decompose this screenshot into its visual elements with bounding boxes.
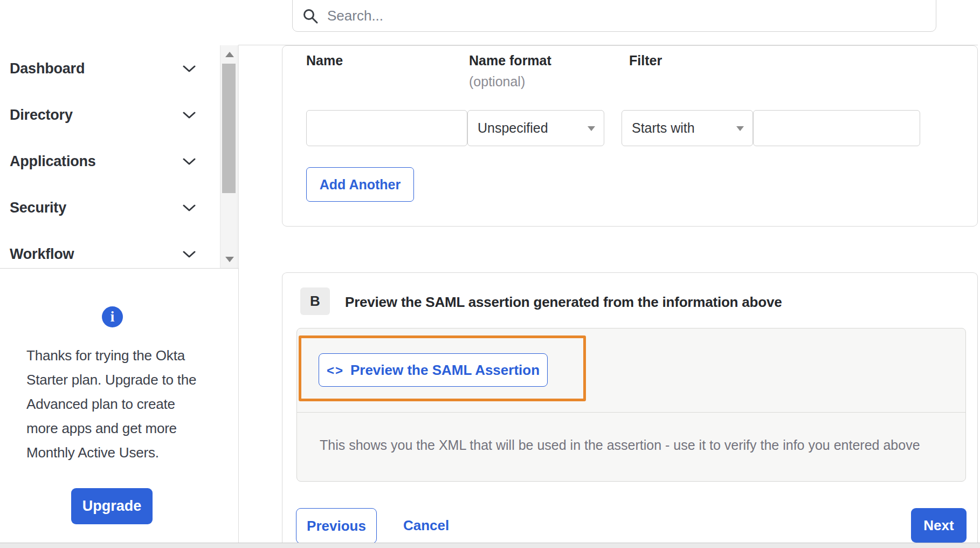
viewport-bottom-strip [0,543,980,548]
sidebar-item-applications[interactable]: Applications [0,138,220,184]
sidebar-item-label: Workflow [10,246,74,263]
upgrade-button[interactable]: Upgrade [71,488,153,524]
panel-divider [297,412,965,413]
sidebar-divider [238,45,239,544]
sidebar-item-label: Applications [10,153,96,170]
name-format-column-label: Name format [469,53,551,68]
filter-column-label: Filter [629,53,662,68]
preview-saml-assertion-button[interactable]: <> Preview the SAML Assertion [319,353,548,387]
upgrade-message: Thanks for trying the Okta Starter plan.… [26,344,208,465]
search-icon [302,8,319,24]
chevron-down-icon [183,112,196,119]
sidebar-item-label: Directory [10,107,73,124]
name-format-optional-label: (optional) [469,74,525,90]
chevron-down-icon [183,65,196,73]
previous-button[interactable]: Previous [296,508,377,544]
scrollbar-up-icon[interactable] [225,52,234,57]
preview-button-label: Preview the SAML Assertion [350,362,540,379]
sidebar-scrollbar[interactable] [220,45,238,268]
add-another-button[interactable]: Add Another [306,167,414,202]
sidebar: Dashboard Directory Applications Securit… [0,0,239,548]
preview-panel: <> Preview the SAML Assertion This shows… [296,328,966,482]
sidebar-item-directory[interactable]: Directory [0,92,220,138]
name-format-select[interactable]: Unspecified [467,110,604,146]
code-icon: <> [327,363,344,378]
filter-value-input[interactable] [753,110,920,146]
section-b-title: Preview the SAML assertion generated fro… [345,294,782,311]
sidebar-item-label: Security [10,200,66,216]
filter-type-value: Starts with [632,120,695,136]
sidebar-item-dashboard[interactable]: Dashboard [0,45,220,92]
okta-admin-page: okta Dashboard Directory Applications Se… [0,0,980,548]
filter-type-select[interactable]: Starts with [622,110,753,146]
chevron-down-icon [183,204,196,212]
sidebar-item-label: Dashboard [10,60,85,77]
sidebar-menu: Dashboard Directory Applications Securit… [0,45,220,277]
chevron-down-icon [183,158,196,166]
chevron-down-icon [183,251,196,258]
scrollbar-down-icon[interactable] [225,257,234,262]
preview-saml-card: B Preview the SAML assertion generated f… [282,272,978,548]
caret-down-icon [588,126,595,131]
next-button[interactable]: Next [911,508,967,543]
global-search[interactable] [292,0,936,32]
name-format-value: Unspecified [478,120,548,136]
attribute-name-input[interactable] [306,110,467,146]
name-column-label: Name [306,53,343,68]
section-b-badge: B [300,287,330,315]
search-input[interactable] [327,8,909,24]
sidebar-item-security[interactable]: Security [0,184,220,231]
sidebar-item-workflow[interactable]: Workflow [0,231,220,277]
attribute-statement-card: Name Name format (optional) Filter Unspe… [282,45,978,227]
cancel-link[interactable]: Cancel [403,517,449,534]
caret-down-icon [736,126,744,131]
sidebar-menu-divider [0,268,239,269]
info-icon: i [102,306,123,327]
scrollbar-thumb[interactable] [222,64,236,193]
preview-note-text: This shows you the XML that will be used… [320,437,920,453]
